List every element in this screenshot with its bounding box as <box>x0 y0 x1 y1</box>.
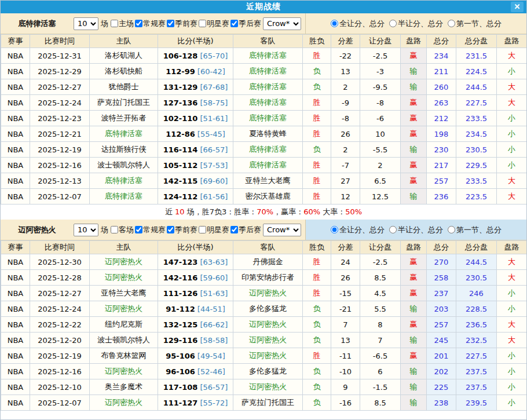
odds-provider-select[interactable]: Crow* <box>263 224 301 236</box>
allstar-checkbox[interactable] <box>199 20 206 27</box>
table-row: NBA2025-12-20波士顿凯尔特人129-116[58-58]迈阿密热火负… <box>1 333 527 348</box>
table-row: NBA2025-12-07底特律活塞124-112[61-56]密尔沃基雄鹿胜1… <box>1 189 527 204</box>
cell-date: 2025-12-07 <box>30 189 90 204</box>
radio-input[interactable] <box>331 20 338 27</box>
cell-away-team: 迈阿密热火 <box>233 317 303 333</box>
radio-input[interactable] <box>389 226 397 233</box>
cell-over-under: 小 <box>497 379 527 395</box>
column-header: 盘路 <box>497 241 527 254</box>
cell-score: 117-108[56-57] <box>158 379 233 395</box>
checkbox-playoffs[interactable]: 季后赛 <box>229 225 261 235</box>
cell-handicap-line: -9.5 <box>360 79 401 95</box>
odds-provider-select[interactable]: Crow* <box>263 17 301 30</box>
team-section-pistons: 底特律活塞 10 场 主场 常规赛 季前赛 明星赛 季后赛 Crow* 全让分、… <box>1 13 526 220</box>
radio-half-handicap-total[interactable]: 半让分、总分 <box>389 19 443 29</box>
cell-total-line: 244.5 <box>456 254 497 270</box>
cell-score: 111-126[51-63] <box>158 286 233 301</box>
cell-league: NBA <box>1 348 30 364</box>
cell-handicap-line: 8.5 <box>360 270 401 286</box>
table-row: NBA2025-12-16迈阿密热火96-106[52-46]多伦多猛龙负-10… <box>1 364 527 379</box>
preseason-checkbox[interactable] <box>167 20 174 27</box>
cell-away-team: 密尔沃基雄鹿 <box>233 189 303 204</box>
checkbox-regular-season[interactable]: 常规赛 <box>134 225 166 235</box>
home-games-checkbox[interactable] <box>111 20 118 27</box>
cell-home-team: 布鲁克林篮网 <box>90 348 158 364</box>
cell-league: NBA <box>1 379 30 395</box>
cell-handicap-line: -3 <box>360 64 401 79</box>
column-header: 盘路 <box>401 35 427 48</box>
column-header: 主队 <box>90 241 158 254</box>
games-count-select[interactable]: 10 <box>74 224 98 236</box>
checkbox-preseason[interactable]: 季前赛 <box>166 19 197 29</box>
cell-result: 负 <box>303 317 331 333</box>
cell-score: 102-110[51-61] <box>158 111 233 126</box>
column-header: 客队 <box>233 241 303 254</box>
radio-input[interactable] <box>448 20 455 27</box>
close-button[interactable]: ✕ <box>511 2 524 12</box>
checkbox-label: 季后赛 <box>239 225 261 235</box>
half-time-score: [58-75] <box>200 98 228 107</box>
cell-result: 胜 <box>303 270 331 286</box>
checkbox-regular-season[interactable]: 常规赛 <box>134 19 166 29</box>
cell-total-line: 227.5 <box>456 95 497 111</box>
radio-first-quarter-total[interactable]: 第一节、总分 <box>448 19 502 29</box>
cell-point-diff: 24 <box>331 254 360 270</box>
radio-input[interactable] <box>448 226 455 233</box>
radio-input[interactable] <box>331 226 338 233</box>
radio-full-handicap-total[interactable]: 全让分、总分 <box>331 19 385 29</box>
playoffs-checkbox[interactable] <box>230 20 238 27</box>
column-header: 主队 <box>90 35 158 48</box>
checkbox-away-games[interactable]: 客场 <box>109 225 134 235</box>
cell-handicap-line: 4.5 <box>360 286 401 301</box>
cell-handicap-line: -5.5 <box>360 142 401 158</box>
checkbox-preseason[interactable]: 季前赛 <box>166 225 197 235</box>
cell-total-line: 223.5 <box>456 189 497 204</box>
playoffs-checkbox[interactable] <box>230 226 238 233</box>
full-time-score: 106-128 <box>163 52 198 60</box>
checkbox-playoffs[interactable]: 季后赛 <box>229 19 261 29</box>
cell-away-team: 底特律活塞 <box>233 142 303 158</box>
cell-score: 129-116[58-58] <box>158 333 233 348</box>
games-count-select[interactable]: 10 <box>74 17 98 30</box>
table-row: NBA2025-12-13底特律活塞142-115[69-60]亚特兰大老鹰胜2… <box>1 173 527 189</box>
checkbox-allstar[interactable]: 明星赛 <box>197 225 229 235</box>
allstar-checkbox[interactable] <box>199 226 206 233</box>
summary-segment: 场，胜7负3：胜率： <box>185 207 257 216</box>
radio-label: 第一节、总分 <box>456 225 502 235</box>
cell-total-points: 202 <box>427 364 456 379</box>
cell-over-under: 大 <box>497 333 527 348</box>
radio-input[interactable] <box>389 20 397 27</box>
cell-away-team: 多伦多猛龙 <box>233 301 303 317</box>
checkbox-label: 季后赛 <box>239 19 261 29</box>
cell-score: 112-86[55-45] <box>158 126 233 142</box>
radio-first-quarter-total[interactable]: 第一节、总分 <box>448 225 502 235</box>
regular-season-checkbox[interactable] <box>135 20 142 27</box>
cell-league: NBA <box>1 64 30 79</box>
half-time-score: [69-60] <box>200 177 228 185</box>
full-time-score: 147-123 <box>163 258 198 266</box>
checkbox-home-games[interactable]: 主场 <box>109 19 134 29</box>
preseason-checkbox[interactable] <box>167 226 174 233</box>
regular-season-checkbox[interactable] <box>135 226 142 233</box>
radio-half-handicap-total[interactable]: 半让分、总分 <box>389 225 443 235</box>
cell-home-team: 波士顿凯尔特人 <box>90 158 158 173</box>
cell-handicap-result: 赢 <box>401 286 427 301</box>
cell-handicap-result: 输 <box>401 189 427 204</box>
radio-full-handicap-total[interactable]: 全让分、总分 <box>331 225 385 235</box>
cell-total-points: 245 <box>427 333 456 348</box>
summary-segment: 60% <box>303 207 320 216</box>
checkbox-allstar[interactable]: 明星赛 <box>197 19 229 29</box>
games-unit-label: 场 <box>101 225 108 235</box>
cell-league: NBA <box>1 333 30 348</box>
full-time-score: 111-127 <box>163 399 198 407</box>
cell-handicap-result: 输 <box>401 379 427 395</box>
cell-date: 2025-12-07 <box>30 395 90 411</box>
full-time-score: 117-108 <box>163 383 198 392</box>
cell-handicap-result: 输 <box>401 301 427 317</box>
away-games-checkbox[interactable] <box>111 226 118 233</box>
cell-home-team: 迈阿密热火 <box>90 254 158 270</box>
checkbox-label: 明星赛 <box>207 19 229 29</box>
cell-point-diff: -21 <box>331 301 360 317</box>
cell-total-points: 217 <box>427 158 456 173</box>
cell-league: NBA <box>1 301 30 317</box>
